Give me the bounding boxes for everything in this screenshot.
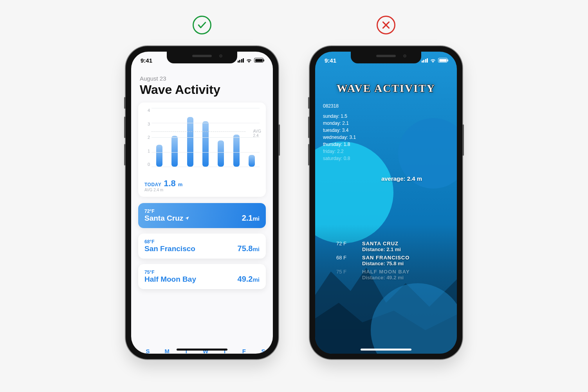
location-name: San Francisco bbox=[144, 245, 195, 253]
location-name: Santa Cruz bbox=[144, 214, 189, 223]
chart-bar bbox=[233, 135, 240, 167]
location-name: SAN FRANCISCO bbox=[362, 255, 449, 261]
status-time: 9:41 bbox=[325, 57, 336, 64]
navigation-icon bbox=[185, 216, 189, 221]
location-name: Half Moon Bay bbox=[144, 275, 196, 284]
location-card[interactable]: 68°FSan Francisco 75.8mi bbox=[138, 234, 266, 259]
today-value: 1.8 bbox=[164, 178, 176, 189]
day-data-list: sunday: 1.5monday: 2.1tuesday: 3.4wednes… bbox=[323, 113, 449, 162]
location-distance: Distance: 75.8 mi bbox=[362, 261, 449, 266]
today-label: TODAY bbox=[144, 182, 161, 187]
comparison-stage: 9:41 August 23 Wave Activity 43210 bbox=[0, 0, 588, 359]
cross-icon bbox=[377, 16, 395, 34]
day-data-line: friday: 2.2 bbox=[323, 148, 449, 155]
location-distance: 75.8mi bbox=[238, 244, 260, 253]
chart-avg-marker: AVG2.4 bbox=[253, 129, 261, 138]
location-distance: 49.2mi bbox=[238, 275, 260, 284]
location-temp: 72 F bbox=[323, 241, 346, 246]
location-temp: 75 F bbox=[323, 269, 346, 275]
chart-bar bbox=[218, 140, 224, 167]
good-column: 9:41 August 23 Wave Activity 43210 bbox=[126, 16, 278, 359]
wifi-icon bbox=[246, 58, 252, 63]
location-temp: 68°F bbox=[144, 239, 195, 245]
status-time: 9:41 bbox=[141, 57, 152, 64]
location-row[interactable]: 72 FSANTA CRUZDistance: 2.1 mi bbox=[323, 241, 449, 252]
location-row[interactable]: 75 FHALF MOON BAYDistance: 49.2 mi bbox=[323, 269, 449, 281]
home-indicator[interactable] bbox=[177, 349, 227, 351]
location-distance: Distance: 49.2 mi bbox=[362, 275, 449, 281]
today-unit: m bbox=[178, 182, 183, 187]
bar-chart: 43210 AVG2.4 bbox=[144, 108, 260, 174]
location-card[interactable]: 72°FSanta Cruz 2.1mi bbox=[138, 203, 266, 228]
battery-icon bbox=[438, 58, 447, 63]
bad-column: 9:41 WAVE ACTIVITY 082318 sunday: 1.5mon… bbox=[310, 16, 462, 359]
chart-footer-avg: AVG 2.4 m bbox=[144, 188, 260, 192]
chart-x-label: M bbox=[164, 348, 170, 354]
battery-icon bbox=[254, 58, 263, 63]
page-title: Wave Activity bbox=[138, 83, 266, 97]
chart-card: 43210 AVG2.4 SMTWTFS TODAY 1.8 m bbox=[138, 102, 266, 197]
location-temp: 75°F bbox=[144, 270, 196, 275]
chart-x-label: S bbox=[260, 348, 266, 354]
notch bbox=[351, 52, 421, 63]
date-label: August 23 bbox=[138, 75, 266, 82]
phone-frame-good: 9:41 August 23 Wave Activity 43210 bbox=[126, 46, 278, 359]
chart-x-label: F bbox=[241, 348, 247, 354]
cellular-icon bbox=[238, 58, 244, 63]
wifi-icon bbox=[430, 58, 436, 63]
chart-x-label: S bbox=[145, 348, 151, 354]
chart-bar bbox=[202, 121, 209, 167]
chart-bar bbox=[249, 155, 255, 167]
day-data-line: monday: 2.1 bbox=[323, 120, 449, 127]
checkmark-icon bbox=[193, 16, 211, 34]
chart-bar bbox=[187, 117, 193, 167]
chart-bar bbox=[171, 136, 178, 167]
average-label: average: 2.4 m bbox=[354, 175, 449, 182]
location-name: SANTA CRUZ bbox=[362, 241, 449, 246]
day-data-line: wednesday: 3.1 bbox=[323, 134, 449, 141]
location-distance: Distance: 2.1 mi bbox=[362, 246, 449, 252]
notch bbox=[167, 52, 237, 63]
location-temp: 72°F bbox=[144, 209, 189, 214]
location-card[interactable]: 75°FHalf Moon Bay 49.2mi bbox=[138, 264, 266, 289]
cellular-icon bbox=[422, 58, 428, 63]
page-title: WAVE ACTIVITY bbox=[323, 82, 449, 95]
day-data-line: saturday: 0.8 bbox=[323, 155, 449, 162]
day-data-line: tuesday: 3.4 bbox=[323, 127, 449, 134]
location-row[interactable]: 68 FSAN FRANCISCODistance: 75.8 mi bbox=[323, 255, 449, 266]
phone-frame-bad: 9:41 WAVE ACTIVITY 082318 sunday: 1.5mon… bbox=[310, 46, 462, 359]
date-code: 082318 bbox=[323, 103, 449, 109]
day-data-line: sunday: 1.5 bbox=[323, 113, 449, 120]
day-data-line: thursday: 1.8 bbox=[323, 141, 449, 148]
location-distance: 2.1mi bbox=[242, 214, 260, 223]
location-name: HALF MOON BAY bbox=[362, 269, 449, 275]
screen-bad: 9:41 WAVE ACTIVITY 082318 sunday: 1.5mon… bbox=[315, 52, 457, 354]
chart-bar bbox=[156, 145, 162, 167]
screen-good: 9:41 August 23 Wave Activity 43210 bbox=[131, 52, 273, 354]
location-temp: 68 F bbox=[323, 255, 346, 261]
home-indicator[interactable] bbox=[361, 349, 411, 351]
